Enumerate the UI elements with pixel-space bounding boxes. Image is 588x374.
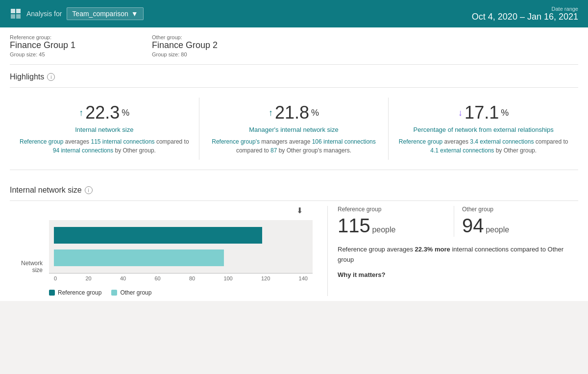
date-range-container: Date range Oct 4, 2020 – Jan 16, 2021 xyxy=(472,6,578,22)
ref-number: 115 xyxy=(338,215,370,236)
chart-download-row: ⬇ xyxy=(10,206,313,215)
main-content: Reference group: Finance Group 1 Group s… xyxy=(0,27,588,301)
network-section-header: Internal network size i xyxy=(10,178,578,201)
chart-area: ⬇ Network size xyxy=(10,206,322,296)
svg-rect-3 xyxy=(16,14,21,19)
svg-rect-0 xyxy=(11,9,15,13)
highlight-card-external: ↓ 17.1 % Percentage of network from exte… xyxy=(389,98,578,160)
highlight-desc-3: Reference group averages 3.4 external co… xyxy=(398,137,568,155)
ref-group-stats: Reference group 115 people xyxy=(338,206,454,237)
highlight-value-2: 21.8 xyxy=(275,102,309,123)
other-group-stats-number: 94 people xyxy=(462,215,570,237)
svg-rect-2 xyxy=(11,14,15,19)
reference-group-name: Finance Group 1 xyxy=(10,40,152,50)
other-group-stats: Other group 94 people xyxy=(454,206,578,237)
highlight-percent-row-3: ↓ 17.1 % xyxy=(398,102,568,123)
highlight-metric-2: Manager's internal network size xyxy=(209,126,379,133)
arrow-up-icon-2: ↑ xyxy=(269,108,273,118)
other-group-label: Other group: xyxy=(152,34,294,40)
header: Analysis for Team_comparison ▼ Date rang… xyxy=(0,0,588,27)
other-group-stats-label: Other group xyxy=(462,206,570,213)
ref-group-stats-label: Reference group xyxy=(338,206,446,213)
reference-group-size: Group size: 45 xyxy=(10,51,152,57)
network-section: Internal network size i ⬇ xyxy=(10,170,578,301)
date-range-label: Date range xyxy=(472,6,578,12)
chart-legend: Reference group Other group xyxy=(10,289,313,296)
download-icon[interactable]: ⬇ xyxy=(296,206,303,215)
stats-description: Reference group averages 22.3% more inte… xyxy=(338,245,578,265)
ref-group-stats-number: 115 people xyxy=(338,215,446,237)
other-unit: people xyxy=(486,225,509,234)
highlight-metric-3: Percentage of network from external rela… xyxy=(398,126,568,133)
dropdown-chevron-icon: ▼ xyxy=(131,10,138,18)
other-group-size: Group size: 80 xyxy=(152,51,294,57)
other-group-info: Other group: Finance Group 2 Group size:… xyxy=(152,34,294,57)
highlight-metric-1: Internal network size xyxy=(20,126,189,133)
highlight-card-manager-network: ↑ 21.8 % Manager's internal network size… xyxy=(199,98,389,160)
ref-unit: people xyxy=(372,225,395,234)
legend-reference: Reference group xyxy=(49,289,101,296)
highlight-desc-1: Reference group averages 115 internal co… xyxy=(20,137,189,155)
highlight-sign-2: % xyxy=(311,108,319,118)
network-content: ⬇ Network size xyxy=(10,201,578,296)
highlight-percent-row-2: ↑ 21.8 % xyxy=(209,102,379,123)
y-axis-label: Network size xyxy=(10,260,47,274)
arrow-down-icon-3: ↓ xyxy=(458,108,463,118)
highlights-title: Highlights xyxy=(10,73,44,81)
date-range-value: Oct 4, 2020 – Jan 16, 2021 xyxy=(472,12,578,22)
highlights-info-icon[interactable]: i xyxy=(47,73,55,81)
highlight-percent-row-1: ↑ 22.3 % xyxy=(20,102,189,123)
dropdown-value: Team_comparison xyxy=(72,10,128,18)
highlight-desc-2: Reference group's managers average 106 i… xyxy=(209,137,379,155)
stats-groups: Reference group 115 people Other group 9… xyxy=(338,206,578,237)
other-group-name: Finance Group 2 xyxy=(152,40,294,50)
header-left: Analysis for Team_comparison ▼ xyxy=(10,7,144,20)
app-icon xyxy=(10,8,22,20)
reference-group-label: Reference group: xyxy=(10,34,152,40)
team-comparison-dropdown[interactable]: Team_comparison ▼ xyxy=(67,7,143,20)
highlight-sign-1: % xyxy=(122,108,129,118)
legend-other: Other group xyxy=(111,289,151,296)
legend-dot-other xyxy=(111,290,117,296)
legend-reference-label: Reference group xyxy=(58,289,101,296)
arrow-up-icon-1: ↑ xyxy=(79,108,83,118)
highlight-sign-3: % xyxy=(501,108,509,118)
highlights-header: Highlights i xyxy=(10,65,578,88)
reference-group-info: Reference group: Finance Group 1 Group s… xyxy=(10,34,152,57)
reference-bar xyxy=(54,227,262,244)
highlights-grid: ↑ 22.3 % Internal network size Reference… xyxy=(10,88,578,170)
legend-dot-reference xyxy=(49,290,55,296)
why-it-matters-link[interactable]: Why it matters? xyxy=(338,271,578,278)
other-number: 94 xyxy=(462,215,484,236)
x-axis-labels: 0 20 40 60 80 100 120 140 xyxy=(49,274,313,281)
highlight-value-3: 17.1 xyxy=(465,102,499,123)
network-info-icon[interactable]: i xyxy=(85,186,93,194)
group-info-bar: Reference group: Finance Group 1 Group s… xyxy=(10,27,578,65)
highlight-value-1: 22.3 xyxy=(85,102,120,123)
stats-panel: Reference group 115 people Other group 9… xyxy=(327,206,578,296)
network-title: Internal network size xyxy=(10,186,82,195)
analysis-for-label: Analysis for xyxy=(26,10,62,18)
other-bar xyxy=(54,249,224,266)
legend-other-label: Other group xyxy=(120,289,151,296)
highlight-card-internal-network: ↑ 22.3 % Internal network size Reference… xyxy=(10,98,199,160)
svg-rect-1 xyxy=(16,9,21,13)
